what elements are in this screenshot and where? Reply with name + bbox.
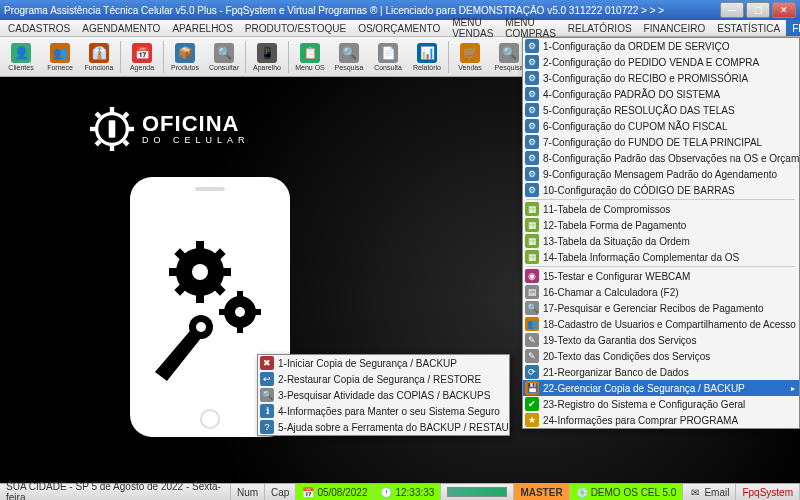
menu-item-icon: ⚙ xyxy=(525,39,539,53)
status-location: SUA CIDADE - SP 5 de Agosto de 2022 - Se… xyxy=(0,484,231,500)
menu-item-icon: ⚙ xyxy=(525,71,539,85)
menu-item-label: 18-Cadastro de Usuarios e Compartilhamen… xyxy=(543,319,796,330)
toolbar-agenda[interactable]: 📅Agenda xyxy=(123,38,161,76)
backup-submenu-item-3[interactable]: 🔍3-Pesquisar Atividade das COPIAS / BACK… xyxy=(258,387,509,403)
menu-item-icon: ◉ xyxy=(525,269,539,283)
menu-item-icon: ✎ xyxy=(525,333,539,347)
menu-item-label: 2-Configuração do PEDIDO VENDA E COMPRA xyxy=(543,57,759,68)
backup-submenu-item-4[interactable]: ℹ4-Informações para Manter o seu Sistema… xyxy=(258,403,509,419)
ferramentas-item-5[interactable]: ⚙5-Configuração RESOLUÇÃO DAS TELAS xyxy=(523,102,799,118)
toolbar-vendas[interactable]: 🛒Vendas xyxy=(451,38,489,76)
menu-item-icon: ⚙ xyxy=(525,167,539,181)
menu-aparelhos[interactable]: APARELHOS xyxy=(166,20,238,36)
menu-item-label: 9-Configuração Mensagem Padrão do Agenda… xyxy=(543,169,777,180)
maximize-button[interactable]: ▢ xyxy=(746,2,770,18)
ferramentas-item-10[interactable]: ⚙10-Configuração do CÓDIGO DE BARRAS xyxy=(523,182,799,198)
toolbar-aparelho[interactable]: 📱Aparelho xyxy=(248,38,286,76)
relatório-icon: 📊 xyxy=(417,43,437,63)
ferramentas-item-23[interactable]: ⟳21-Reorganizar Banco de Dados xyxy=(523,364,799,380)
menu-cadastros[interactable]: CADASTROS xyxy=(2,20,76,36)
menu-item-icon: ▦ xyxy=(525,234,539,248)
ferramentas-item-24[interactable]: 💾22-Gerenciar Copia de Segurança / BACKU… xyxy=(523,380,799,396)
svg-rect-4 xyxy=(90,127,97,131)
cd-icon: 💿 xyxy=(576,486,588,498)
svg-point-27 xyxy=(196,322,206,332)
menu-item-label: 10-Configuração do CÓDIGO DE BARRAS xyxy=(543,185,735,196)
toolbar-separator xyxy=(120,41,121,73)
window-title: Programa Assistência Técnica Celular v5.… xyxy=(4,5,720,16)
minimize-button[interactable]: — xyxy=(720,2,744,18)
menu-relatrios[interactable]: RELATÓRIOS xyxy=(562,20,638,36)
menu-item-label: 15-Testar e Configurar WEBCAM xyxy=(543,271,690,282)
ferramentas-item-4[interactable]: ⚙4-Configuração PADRÃO DO SISTEMA xyxy=(523,86,799,102)
toolbar-menu os[interactable]: 📋Menu OS xyxy=(291,38,329,76)
ferramentas-item-12[interactable]: ▦11-Tabela de Compromissos xyxy=(523,201,799,217)
email-icon: ✉ xyxy=(689,486,701,498)
backup-submenu-item-5[interactable]: ?5-Ajuda sobre a Ferramenta do BACKUP / … xyxy=(258,419,509,435)
submenu-item-label: 3-Pesquisar Atividade das COPIAS / BACKU… xyxy=(278,390,490,401)
ferramentas-item-9[interactable]: ⚙9-Configuração Mensagem Padrão do Agend… xyxy=(523,166,799,182)
ferramentas-item-20[interactable]: 👥18-Cadastro de Usuarios e Compartilhame… xyxy=(523,316,799,332)
ferramentas-item-1[interactable]: ⚙1-Configuração da ORDEM DE SERVIÇO xyxy=(523,38,799,54)
toolbar-separator xyxy=(448,41,449,73)
ferramentas-item-21[interactable]: ✎19-Texto da Garantia dos Serviços xyxy=(523,332,799,348)
menubar: CADASTROSAGENDAMENTOAPARELHOSPRODUTO/EST… xyxy=(0,20,800,37)
toolbar-consultar[interactable]: 🔍Consultar xyxy=(205,38,243,76)
ferramentas-item-19[interactable]: 🔍17-Pesquisar e Gerenciar Recibos de Pag… xyxy=(523,300,799,316)
ferramentas-item-7[interactable]: ⚙7-Configuração do FUNDO DE TELA PRINCIP… xyxy=(523,134,799,150)
ferramentas-item-26[interactable]: ★24-Informações para Comprar PROGRAMA xyxy=(523,412,799,428)
toolbar-relatório[interactable]: 📊Relatório xyxy=(408,38,446,76)
ferramentas-item-15[interactable]: ▦14-Tabela Informação Complementar da OS xyxy=(523,249,799,265)
close-button[interactable]: ✕ xyxy=(772,2,796,18)
menu-item-label: 17-Pesquisar e Gerenciar Recibos de Paga… xyxy=(543,303,764,314)
logo-text-main: OFICINA xyxy=(142,113,250,135)
status-email[interactable]: ✉Email xyxy=(683,484,736,500)
menu-item-label: 12-Tabela Forma de Pagamento xyxy=(543,220,686,231)
menu-osoramento[interactable]: OS/ORÇAMENTO xyxy=(352,20,446,36)
menu-item-icon: ⚙ xyxy=(525,87,539,101)
ferramentas-dropdown: ⚙1-Configuração da ORDEM DE SERVIÇO⚙2-Co… xyxy=(522,37,800,429)
menu-financeiro[interactable]: FINANCEIRO xyxy=(638,20,712,36)
menu-item-icon: ⚙ xyxy=(525,103,539,117)
backup-submenu-item-2[interactable]: ↩2-Restaurar Copia de Segurança / RESTOR… xyxy=(258,371,509,387)
window-controls: — ▢ ✕ xyxy=(720,2,796,18)
gears-wrench-icon xyxy=(145,227,275,387)
backup-submenu-item-1[interactable]: ✖1-Iniciar Copia de Segurança / BACKUP xyxy=(258,355,509,371)
submenu-item-label: 4-Informações para Manter o seu Sistema … xyxy=(278,406,500,417)
menu-item-icon: 💾 xyxy=(525,381,539,395)
ferramentas-item-6[interactable]: ⚙6-Configuração do CUPOM NÃO FISCAL xyxy=(523,118,799,134)
clientes-icon: 👤 xyxy=(11,43,31,63)
menu-item-icon: ★ xyxy=(525,413,539,427)
svg-rect-14 xyxy=(169,268,179,276)
ferramentas-item-18[interactable]: ▤16-Chamar a Calculadora (F2) xyxy=(523,284,799,300)
menu-item-label: 22-Gerenciar Copia de Segurança / BACKUP xyxy=(543,383,745,394)
ferramentas-item-13[interactable]: ▦12-Tabela Forma de Pagamento xyxy=(523,217,799,233)
toolbar-produtos[interactable]: 📦Produtos xyxy=(166,38,204,76)
menu-estatstica[interactable]: ESTATÍSTICA xyxy=(711,20,786,36)
status-progress xyxy=(441,484,514,500)
ferramentas-item-14[interactable]: ▦13-Tabela da Situação da Ordem xyxy=(523,233,799,249)
toolbar-funciona[interactable]: 👔Funciona xyxy=(80,38,118,76)
menu-menuvendas[interactable]: MENU VENDAS xyxy=(446,20,499,36)
toolbar-consulta[interactable]: 📄Consulta xyxy=(369,38,407,76)
toolbar-fornece[interactable]: 👥Fornece xyxy=(41,38,79,76)
submenu-item-label: 5-Ajuda sobre a Ferramenta do BACKUP / R… xyxy=(278,422,509,433)
ferramentas-item-25[interactable]: ✔23-Registro do Sistema e Configuração G… xyxy=(523,396,799,412)
ferramentas-item-17[interactable]: ◉15-Testar e Configurar WEBCAM xyxy=(523,268,799,284)
toolbar-pesquisa[interactable]: 🔍Pesquisa xyxy=(330,38,368,76)
ferramentas-item-2[interactable]: ⚙2-Configuração do PEDIDO VENDA E COMPRA xyxy=(523,54,799,70)
toolbar-clientes[interactable]: 👤Clientes xyxy=(2,38,40,76)
menu-item-label: 24-Informações para Comprar PROGRAMA xyxy=(543,415,738,426)
toolbar-separator xyxy=(288,41,289,73)
menu-ferramentas[interactable]: FERRAMENTAS xyxy=(786,20,800,36)
ferramentas-item-8[interactable]: ⚙8-Configuração Padrão das Observações n… xyxy=(523,150,799,166)
ferramentas-item-3[interactable]: ⚙3-Configuração do RECIBO e PROMISSÓRIA xyxy=(523,70,799,86)
menu-item-icon: ▦ xyxy=(525,218,539,232)
menu-item-label: 13-Tabela da Situação da Ordem xyxy=(543,236,690,247)
menu-menucompras[interactable]: MENU COMPRAS xyxy=(499,20,562,36)
menu-agendamento[interactable]: AGENDAMENTO xyxy=(76,20,166,36)
ferramentas-item-22[interactable]: ✎20-Texto das Condições dos Serviços xyxy=(523,348,799,364)
menu-produtoestoque[interactable]: PRODUTO/ESTOQUE xyxy=(239,20,352,36)
toolbar-label: Pesquisa xyxy=(335,64,364,71)
status-brand: FpqSystem xyxy=(736,484,800,500)
